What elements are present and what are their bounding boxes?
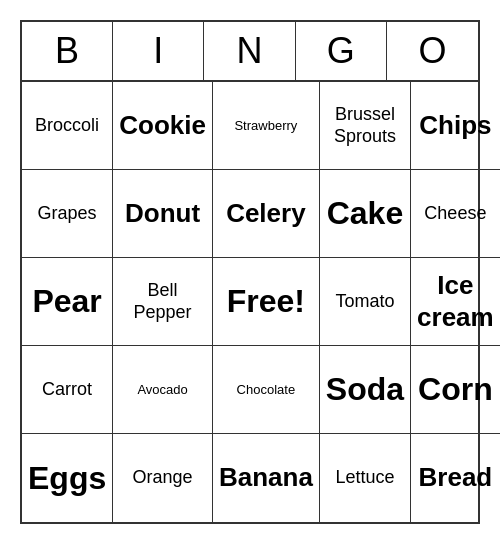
cell-text: Broccoli <box>35 115 99 137</box>
header-letter: B <box>22 22 113 80</box>
bingo-cell[interactable]: Celery <box>213 170 320 258</box>
cell-text: Celery <box>226 198 306 229</box>
bingo-cell[interactable]: Icecream <box>411 258 500 346</box>
cell-text: BrusselSprouts <box>334 104 396 147</box>
bingo-cell[interactable]: Strawberry <box>213 82 320 170</box>
bingo-cell[interactable]: Banana <box>213 434 320 522</box>
bingo-cell[interactable]: BrusselSprouts <box>320 82 411 170</box>
cell-text: Orange <box>133 467 193 489</box>
bingo-grid: BroccoliCookieStrawberryBrusselSproutsCh… <box>22 82 478 522</box>
cell-text: Strawberry <box>234 118 297 134</box>
bingo-cell[interactable]: Bread <box>411 434 500 522</box>
bingo-card: BINGO BroccoliCookieStrawberryBrusselSpr… <box>20 20 480 524</box>
bingo-cell[interactable]: Cake <box>320 170 411 258</box>
cell-text: Soda <box>326 370 404 408</box>
cell-text: Chocolate <box>237 382 296 398</box>
cell-text: Bread <box>419 462 493 493</box>
header-letter: N <box>204 22 295 80</box>
bingo-cell[interactable]: Orange <box>113 434 213 522</box>
cell-text: Corn <box>418 370 493 408</box>
bingo-cell[interactable]: Donut <box>113 170 213 258</box>
bingo-cell[interactable]: Soda <box>320 346 411 434</box>
header-letter: I <box>113 22 204 80</box>
bingo-cell[interactable]: Cookie <box>113 82 213 170</box>
bingo-cell[interactable]: Carrot <box>22 346 113 434</box>
cell-text: Avocado <box>137 382 187 398</box>
bingo-cell[interactable]: Grapes <box>22 170 113 258</box>
bingo-cell[interactable]: BellPepper <box>113 258 213 346</box>
cell-text: Chips <box>419 110 491 141</box>
cell-text: Grapes <box>38 203 97 225</box>
bingo-cell[interactable]: Tomato <box>320 258 411 346</box>
bingo-cell[interactable]: Cheese <box>411 170 500 258</box>
bingo-cell[interactable]: Avocado <box>113 346 213 434</box>
cell-text: Cake <box>327 194 404 232</box>
bingo-cell[interactable]: Chips <box>411 82 500 170</box>
bingo-cell[interactable]: Pear <box>22 258 113 346</box>
bingo-cell[interactable]: Lettuce <box>320 434 411 522</box>
bingo-cell[interactable]: Broccoli <box>22 82 113 170</box>
cell-text: Banana <box>219 462 313 493</box>
cell-text: Tomato <box>335 291 394 313</box>
cell-text: Carrot <box>42 379 92 401</box>
cell-text: Cheese <box>424 203 486 225</box>
cell-text: Lettuce <box>335 467 394 489</box>
cell-text: BellPepper <box>134 280 192 323</box>
bingo-cell[interactable]: Chocolate <box>213 346 320 434</box>
header-letter: O <box>387 22 478 80</box>
cell-text: Pear <box>32 282 101 320</box>
cell-text: Icecream <box>417 270 494 332</box>
cell-text: Donut <box>125 198 200 229</box>
bingo-cell[interactable]: Free! <box>213 258 320 346</box>
cell-text: Eggs <box>28 459 106 497</box>
bingo-cell[interactable]: Eggs <box>22 434 113 522</box>
header-letter: G <box>296 22 387 80</box>
bingo-cell[interactable]: Corn <box>411 346 500 434</box>
cell-text: Free! <box>227 282 305 320</box>
cell-text: Cookie <box>119 110 206 141</box>
bingo-header: BINGO <box>22 22 478 82</box>
